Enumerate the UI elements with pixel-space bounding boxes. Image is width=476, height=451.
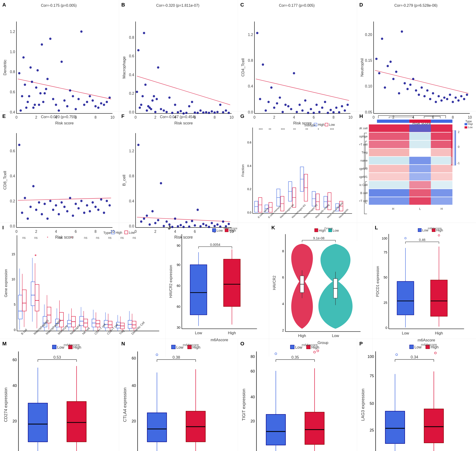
svg-text:***: *** <box>259 128 263 131</box>
svg-point-146 <box>298 104 301 106</box>
svg-text:100: 100 <box>367 354 374 359</box>
svg-rect-375 <box>464 123 467 125</box>
svg-text:ns: ns <box>133 236 136 239</box>
svg-text:Neutrophil: Neutrophil <box>70 324 81 335</box>
svg-point-84 <box>157 66 159 69</box>
svg-rect-384 <box>431 132 452 140</box>
label-G: G <box>240 113 244 119</box>
label-B: B <box>121 2 125 8</box>
svg-point-206 <box>452 101 454 103</box>
svg-text:0: 0 <box>458 145 459 149</box>
svg-text:High: High <box>435 331 443 335</box>
svg-text:75: 75 <box>384 251 387 254</box>
svg-point-227 <box>18 144 20 146</box>
label-C: C <box>240 2 244 8</box>
svg-rect-444 <box>18 295 22 319</box>
svg-point-199 <box>432 92 434 94</box>
scatter-F: 0.0 0.4 0.8 1.2 0 2 4 6 8 10 B_cell Risk… <box>121 127 235 239</box>
svg-point-161 <box>341 105 343 107</box>
svg-point-26 <box>46 78 49 80</box>
svg-point-211 <box>466 94 468 96</box>
svg-text:CD8+T cell: CD8+T cell <box>359 199 368 203</box>
svg-point-154 <box>321 106 324 109</box>
svg-text:0.4: 0.4 <box>248 84 253 88</box>
svg-point-23 <box>38 104 40 106</box>
svg-point-190 <box>406 88 409 90</box>
svg-text:ns: ns <box>108 236 112 239</box>
svg-rect-403 <box>409 173 431 181</box>
svg-point-459 <box>35 254 37 256</box>
svg-point-241 <box>57 213 60 215</box>
panel-G: G Subtype High Low 0.0 0.2 0.4 0.6 Fract… <box>238 111 357 241</box>
svg-point-106 <box>219 104 221 106</box>
svg-text:H: H <box>440 207 443 211</box>
svg-point-234 <box>38 201 40 204</box>
label-F: F <box>121 113 124 119</box>
svg-rect-416 <box>431 197 452 205</box>
svg-point-47 <box>106 101 108 103</box>
scatter-B: 0.0 0.2 0.4 0.6 0.8 0 2 4 6 8 10 Macroph… <box>121 16 235 125</box>
svg-point-112 <box>147 105 149 107</box>
svg-point-143 <box>290 108 292 110</box>
svg-text:40: 40 <box>132 383 136 388</box>
svg-point-283 <box>160 182 162 184</box>
svg-text:0.4: 0.4 <box>129 199 134 203</box>
svg-point-250 <box>83 212 85 214</box>
label-H: H <box>359 113 363 119</box>
svg-rect-699 <box>305 412 324 445</box>
svg-text:50: 50 <box>370 401 374 406</box>
svg-rect-382 <box>369 132 409 140</box>
svg-point-96 <box>191 101 193 103</box>
svg-text:2: 2 <box>282 328 284 332</box>
svg-point-189 <box>404 82 406 84</box>
svg-text:*: * <box>71 236 73 239</box>
boxplot-G: Subtype High Low 0.0 0.2 0.4 0.6 Fractio… <box>240 115 353 233</box>
svg-point-228 <box>21 212 23 214</box>
svg-text:B_cell: B_cell <box>122 175 126 186</box>
svg-point-46 <box>103 104 105 106</box>
boxplot-J: Low High m6Ascore 30 60 60 90 90 HAVCR2 … <box>168 225 265 354</box>
svg-point-236 <box>44 203 46 205</box>
svg-point-157 <box>330 109 332 111</box>
svg-point-280 <box>151 210 153 212</box>
svg-point-34 <box>69 89 71 92</box>
svg-text:CTLA4 expression: CTLA4 expression <box>122 387 127 422</box>
svg-point-58 <box>45 88 47 90</box>
svg-text:20: 20 <box>13 419 17 423</box>
svg-text:Low: Low <box>329 123 335 126</box>
svg-point-29 <box>55 104 57 106</box>
svg-text:***: *** <box>281 128 285 131</box>
svg-point-691 <box>275 353 277 355</box>
svg-point-21 <box>32 106 35 109</box>
svg-point-82 <box>151 99 153 102</box>
svg-point-255 <box>97 209 100 211</box>
row1: A Cor=-0.175 (p=0.005) 0.4 0.6 0.8 1.0 1… <box>0 0 476 111</box>
svg-point-204 <box>446 98 448 100</box>
panel-P: P Low High m6Ascore 0 25 50 75 100 LAG3 … <box>357 339 476 451</box>
svg-point-232 <box>32 185 35 187</box>
svg-rect-404 <box>431 173 452 181</box>
title-F: Cor=-0.047 (p=0.454) <box>121 115 235 119</box>
svg-text:90: 90 <box>177 244 180 247</box>
svg-rect-448 <box>22 290 26 311</box>
svg-text:Macrophage: Macrophage <box>122 56 126 79</box>
svg-text:0.2: 0.2 <box>129 91 134 95</box>
panel-O: O Low High m6Ascore 0 20 40 60 80 TIGIT … <box>238 339 357 451</box>
svg-point-207 <box>454 97 457 99</box>
svg-point-43 <box>94 105 97 107</box>
svg-point-294 <box>191 220 193 222</box>
svg-text:6: 6 <box>282 276 284 279</box>
svg-rect-619 <box>52 345 56 349</box>
svg-text:m6Ascore: m6Ascore <box>421 343 437 347</box>
svg-text:0.6: 0.6 <box>10 149 15 153</box>
svg-rect-664 <box>147 413 166 442</box>
svg-text:25: 25 <box>384 301 387 305</box>
svg-text:B cell: B cell <box>20 328 28 336</box>
scatter-A: 0.4 0.6 0.8 1.0 1.2 0 2 4 6 8 10 Dendrit… <box>2 16 115 125</box>
svg-point-141 <box>285 104 287 106</box>
svg-rect-411 <box>409 189 431 197</box>
svg-rect-410 <box>369 189 409 197</box>
svg-point-25 <box>44 92 46 94</box>
svg-point-40 <box>86 101 88 103</box>
svg-text:5: 5 <box>14 303 16 306</box>
